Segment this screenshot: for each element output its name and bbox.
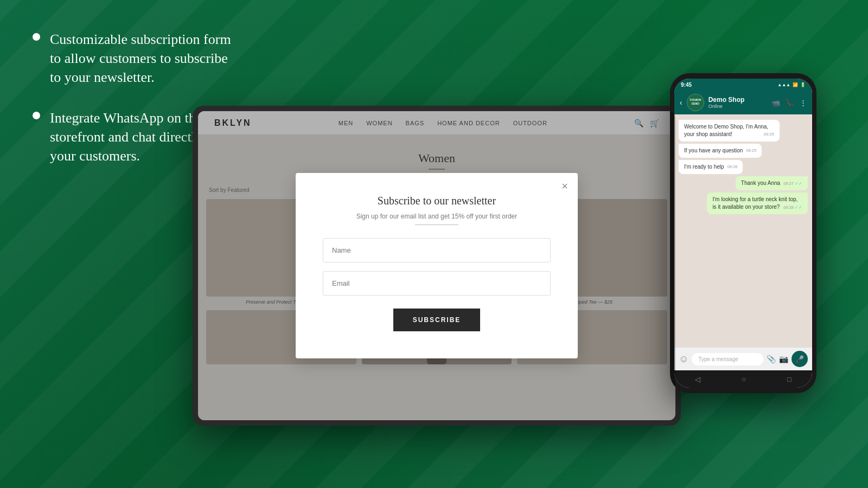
name-input[interactable] [323, 238, 551, 262]
phone-mockup: 9:45 ▲▲▲ 📶 🔋 ‹ FASHION DEMO [670, 73, 816, 393]
bullet-dot-2 [33, 112, 40, 119]
svg-text:DEMO: DEMO [692, 102, 699, 105]
message-1-time: 09:25 [764, 132, 774, 138]
phone-screen: 9:45 ▲▲▲ 📶 🔋 ‹ FASHION DEMO [674, 79, 812, 388]
phone-nav-bar: ◁ ○ □ [674, 370, 812, 388]
message-1: Welcome to Demo Shop, I'm Anna, your sho… [679, 120, 780, 142]
message-input-placeholder: Type a message [698, 356, 738, 362]
input-bar: ☺ Type a message 📎 📷 🎤 [674, 347, 812, 370]
bullet-text-1: Customizable subscription form to allow … [50, 30, 239, 87]
chat-area: Welcome to Demo Shop, I'm Anna, your sho… [674, 114, 812, 347]
modal-overlay: × Subscribe to our newsletter Sign up fo… [198, 111, 675, 420]
message-input[interactable]: Type a message [692, 353, 763, 365]
tablet-screen: BKLYN MEN WOMEN BAGS HOME AND DECOR OUTD… [198, 111, 675, 420]
nav-back-button[interactable]: ◁ [695, 375, 700, 383]
contact-name: Demo Shop [709, 96, 767, 104]
message-2: If you have any question 09:25 [679, 144, 762, 158]
back-button[interactable]: ‹ [680, 98, 682, 107]
contact-avatar: FASHION DEMO [687, 94, 704, 111]
nav-home-button[interactable]: ○ [742, 375, 746, 383]
contact-status: Online [709, 104, 767, 109]
message-3-time: 09:26 [727, 164, 738, 170]
whatsapp-header: ‹ FASHION DEMO Demo Shop Online 📹 📞 ⋮ [674, 91, 812, 114]
message-5: I'm looking for a turtle neck knit top, … [707, 192, 808, 214]
mic-button[interactable]: 🎤 [792, 351, 808, 367]
video-call-icon[interactable]: 📹 [771, 99, 780, 107]
tablet-mockup: BKLYN MEN WOMEN BAGS HOME AND DECOR OUTD… [193, 106, 681, 426]
battery-icon: 🔋 [800, 82, 806, 87]
message-3-text: I'm ready to help [684, 164, 724, 170]
bullet-item-1: Customizable subscription form to allow … [33, 30, 239, 87]
email-input[interactable] [323, 271, 551, 296]
status-time: 9:45 [681, 82, 692, 88]
subscribe-button[interactable]: SUBSCRIBE [393, 309, 480, 331]
message-1-text: Welcome to Demo Shop, I'm Anna, your sho… [684, 124, 768, 137]
message-2-time: 09:25 [746, 148, 756, 154]
attachment-icon[interactable]: 📎 [767, 355, 776, 363]
message-4-time: 09:27 ✓✓ [783, 181, 802, 187]
modal-title: Subscribe to our newsletter [323, 195, 551, 207]
modal-subtitle: Sign up for our email list and get 15% o… [323, 213, 551, 220]
main-content: Customizable subscription form to allow … [0, 0, 868, 488]
phone-call-icon[interactable]: 📞 [786, 99, 794, 107]
message-5-time: 09:28 ✓✓ [783, 204, 802, 211]
contact-info: Demo Shop Online [709, 96, 767, 109]
wifi-icon: 📶 [793, 82, 798, 87]
modal-divider [415, 224, 458, 225]
message-2-text: If you have any question [684, 147, 743, 153]
nav-recents-button[interactable]: □ [787, 375, 792, 383]
read-tick-5: ✓✓ [795, 205, 802, 210]
modal-close-button[interactable]: × [561, 181, 568, 191]
newsletter-modal: × Subscribe to our newsletter Sign up fo… [296, 173, 578, 358]
read-tick-4: ✓✓ [795, 181, 802, 186]
camera-icon[interactable]: 📷 [779, 355, 788, 363]
message-4: Thank you Anna 09:27 ✓✓ [736, 176, 808, 190]
more-options-icon[interactable]: ⋮ [800, 99, 807, 107]
status-icons: ▲▲▲ 📶 🔋 [777, 82, 806, 87]
emoji-button[interactable]: ☺ [679, 354, 688, 365]
message-4-text: Thank you Anna [741, 180, 780, 186]
signal-icon: ▲▲▲ [777, 82, 790, 87]
svg-text:FASHION: FASHION [690, 99, 701, 101]
message-3: I'm ready to help 09:26 [679, 160, 743, 174]
status-bar: 9:45 ▲▲▲ 📶 🔋 [674, 79, 812, 91]
bullet-dot-1 [33, 33, 40, 41]
header-icons: 📹 📞 ⋮ [771, 99, 807, 107]
